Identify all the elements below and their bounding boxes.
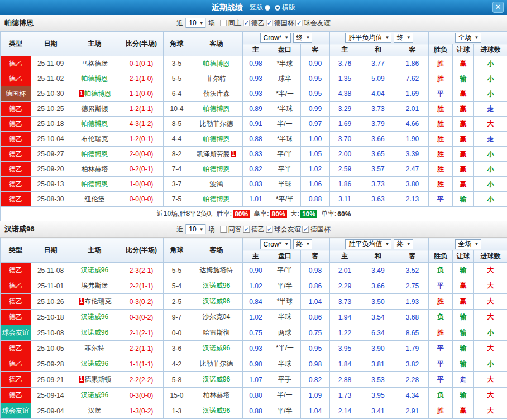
summary-stat: 胜率:80% [217, 209, 250, 219]
date-cell: 25-09-27 [31, 147, 70, 162]
recent-count-select[interactable]: 10▼ [185, 224, 205, 234]
wdl-avg-select[interactable]: 胜平负均值▼ [345, 33, 391, 43]
score-cell: 1-2(0-1) [119, 132, 164, 147]
checkbox-icon[interactable] [296, 20, 303, 26]
handicap-cell: *半球 [269, 102, 301, 117]
bookmaker-select[interactable]: Crow*▼ [260, 239, 291, 249]
col-odds-home: 主 [243, 250, 269, 263]
odds-final-select[interactable]: 终▼ [293, 33, 313, 43]
result-goals-cell: 大 [474, 294, 507, 310]
scope-select[interactable]: 全场▼ [455, 239, 481, 249]
score-cell: 0-1(0-1) [119, 56, 164, 71]
checkbox-icon[interactable] [221, 226, 227, 233]
result-handicap-cell: 赢 [453, 162, 474, 177]
team-name: 汉诺威96 [81, 391, 108, 399]
select-value: 10 [189, 19, 196, 27]
team-name: 纽伦堡 [85, 195, 105, 203]
result-goals-cell: 大 [474, 403, 507, 419]
odds-home-cell: 0.75 [243, 325, 269, 341]
corner-cell: 10-4 [164, 102, 190, 117]
layout-option-vertical-label[interactable]: 竖版 [250, 3, 263, 12]
col-home: 主场 [70, 32, 119, 56]
wdl-avg-select[interactable]: 胜平负均值▼ [345, 239, 391, 249]
filter-checkbox-item[interactable]: 球会友谊 [296, 18, 331, 28]
result-wdl-cell: 胜 [429, 102, 453, 117]
red-card-badge: 1 [79, 90, 84, 97]
odds-away-cell: 1.00 [301, 132, 330, 147]
date-cell: 25-09-28 [31, 356, 70, 372]
wdl-group-header: 胜平负均值▼ 终▼ [330, 32, 429, 44]
match-row: 德乙25-10-18汉诺威960-3(0-2)9-7沙尔克041.02半球0.8… [1, 310, 507, 325]
close-icon[interactable]: ✕ [492, 2, 504, 13]
summary-content: 近10场,胜8平2负0, 胜率:80%赢率:80%大:10%单率:60% [1, 209, 507, 219]
table-body: 德乙25-11-08汉诺威962-3(2-1)5-5达姆施塔特0.90平/半0.… [1, 263, 507, 419]
away-team-cell: 凯泽斯劳滕1 [190, 147, 243, 162]
league-cell: 德乙 [1, 56, 31, 71]
avg-home-cell: 2.88 [330, 372, 360, 388]
home-team-cell: 汉诺威96 [70, 310, 119, 325]
team-cell-content: 纽伦堡 [85, 195, 105, 203]
filter-checkbox-item[interactable]: 德乙 [243, 225, 265, 234]
handicap-cell: 平/半 [269, 263, 301, 278]
filter-checkbox-item[interactable]: 同客 [221, 225, 242, 234]
checkbox-icon[interactable] [266, 20, 273, 26]
handicap-cell: 半球 [269, 356, 301, 372]
recent-count-select[interactable]: 10▼ [185, 18, 205, 28]
checkbox-icon[interactable] [266, 226, 273, 233]
checkbox-icon[interactable] [243, 20, 250, 26]
col-avg-draw: 和 [360, 44, 396, 56]
chevron-down-icon: ▼ [406, 242, 411, 247]
summary-stat-value: 80% [233, 210, 250, 218]
odds-final-select[interactable]: 终▼ [293, 239, 313, 249]
match-row: 德乙25-11-02帕德博恩2-1(1-0)5-5菲尔特0.93球半0.951.… [1, 71, 507, 86]
filter-checkbox-item[interactable]: 同主 [221, 18, 242, 28]
corner-cell: 4-2 [164, 356, 190, 372]
odds-away-cell: 0.88 [301, 192, 330, 207]
away-team-cell: 比勒菲尔德 [190, 117, 243, 132]
corner-cell: 4-4 [164, 132, 190, 147]
filter-checkbox-item[interactable]: 球会友谊 [266, 225, 301, 234]
away-team-cell: 达姆施塔特 [190, 263, 243, 278]
date-cell: 25-08-30 [31, 192, 70, 207]
result-handicap-cell: 赢 [453, 294, 474, 310]
wdl-final-select[interactable]: 终▼ [394, 33, 413, 43]
filter-checkbox-item[interactable]: 德乙 [243, 18, 265, 28]
result-goals-cell: 小 [474, 356, 507, 372]
result-handicap-cell: 输 [453, 356, 474, 372]
bookmaker-select[interactable]: Crow*▼ [260, 33, 291, 43]
col-handicap: 盘口 [269, 250, 301, 263]
result-goals-cell: 走 [474, 132, 507, 147]
checkbox-icon[interactable] [221, 20, 227, 26]
home-team-cell: 汉诺威96 [70, 388, 119, 403]
avg-home-cell: 2.00 [330, 147, 360, 162]
odds-away-cell: 0.97 [301, 117, 330, 132]
league-cell: 德乙 [1, 278, 31, 294]
result-goals-cell: 大 [474, 310, 507, 325]
avg-draw-cell: 3.57 [360, 162, 396, 177]
score-cell: 2-1(2-1) [119, 325, 164, 341]
filter-checkbox-item[interactable]: 德国杯 [303, 225, 331, 234]
avg-draw-cell: 3.73 [360, 177, 396, 192]
team-cell-content: 帕德博恩 [203, 105, 230, 113]
radio-horizontal-icon[interactable] [275, 5, 280, 11]
match-row: 德乙25-10-18帕德博恩4-3(1-2)8-5比勒菲尔德0.91半/一0.9… [1, 117, 507, 132]
col-corner: 角球 [164, 32, 190, 56]
result-goals-cell: 大 [474, 278, 507, 294]
layout-option-horizontal-label[interactable]: 横版 [282, 3, 295, 12]
select-value: 胜平负均值 [348, 239, 382, 249]
col-odds-home: 主 [243, 44, 269, 56]
scope-select[interactable]: 全场▼ [455, 33, 481, 43]
filter-checkbox-item[interactable]: 德国杯 [266, 18, 294, 28]
matches-table-hannover: 类型 日期 主场 比分(半场) 角球 客场 Crow*▼ 终▼ 胜平负均值▼ 终… [0, 238, 507, 419]
result-handicap-cell: 赢 [453, 278, 474, 294]
avg-home-cell: 3.70 [330, 132, 360, 147]
odds-home-cell: 1.01 [243, 192, 269, 207]
radio-vertical-icon[interactable] [265, 5, 270, 11]
wdl-final-select[interactable]: 终▼ [394, 239, 413, 249]
home-team-cell: 埃弗斯堡 [70, 278, 119, 294]
checkbox-icon[interactable] [303, 226, 309, 233]
score-cell: 0-0(0-0) [119, 192, 164, 207]
checkbox-icon[interactable] [243, 226, 250, 233]
corner-cell: 2-5 [164, 294, 190, 310]
col-handicap: 盘口 [269, 44, 301, 56]
